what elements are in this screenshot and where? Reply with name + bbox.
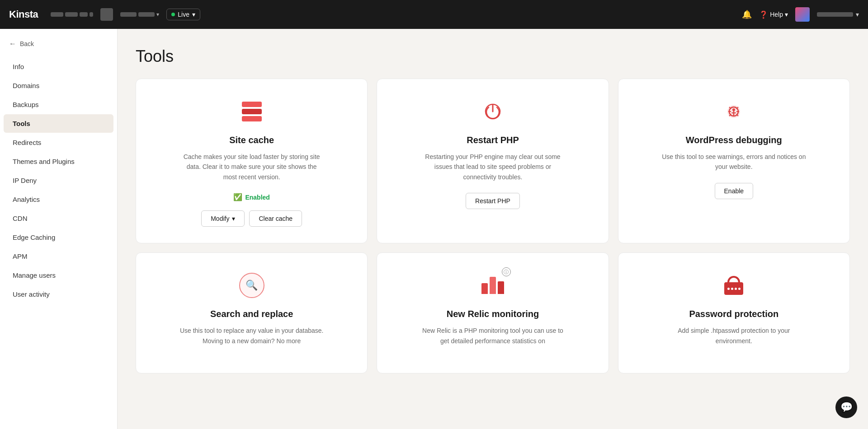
sidebar-item-info[interactable]: Info (4, 57, 113, 76)
sidebar-item-ip-deny[interactable]: IP Deny (4, 171, 113, 190)
topnav-right: 🔔 ❓ Help ▾ ▾ (742, 7, 859, 22)
tool-description: Use this tool to see warnings, errors an… (661, 152, 806, 172)
help-button[interactable]: ❓ Help ▾ (759, 10, 788, 19)
back-label: Back (20, 40, 34, 47)
help-chevron-icon: ▾ (785, 11, 788, 18)
tool-icon-container (719, 271, 748, 300)
tool-icon-container (719, 97, 748, 126)
btn-label: Modify (211, 215, 229, 222)
tool-card-site-cache: Site cache Cache makes your site load fa… (136, 79, 368, 243)
sidebar-item-redirects[interactable]: Redirects (4, 133, 113, 152)
back-button[interactable]: ← Back (0, 40, 117, 57)
btn-chevron-icon: ▾ (232, 215, 235, 222)
tool-icon-container: ⓘ (478, 271, 507, 300)
tool-title: WordPress debugging (686, 135, 782, 145)
tool-title: New Relic monitoring (447, 309, 539, 319)
btn-label: Clear cache (259, 215, 292, 222)
sidebar-item-apm[interactable]: APM (4, 247, 113, 266)
brand-logo[interactable]: Kinsta (9, 9, 38, 20)
tool-title: Search and replace (210, 309, 293, 319)
environment-status[interactable]: Live ▾ (166, 9, 200, 20)
status-label: Enabled (245, 194, 269, 201)
modify-button[interactable]: Modify ▾ (201, 210, 245, 227)
tool-title: Password protection (689, 309, 778, 319)
avatar-icon (795, 7, 810, 22)
btn-label: Restart PHP (475, 197, 510, 205)
sidebar-item-analytics[interactable]: Analytics (4, 190, 113, 209)
site-name-block[interactable]: ▾ (120, 11, 159, 18)
tool-status: ✅ Enabled (233, 193, 269, 201)
tool-card-wp-debugging: WordPress debugging Use this tool to see… (618, 79, 850, 243)
enable-button[interactable]: Enable (715, 183, 754, 199)
lock-icon (724, 276, 743, 295)
chat-button[interactable]: 💬 (835, 396, 857, 418)
tool-actions: Restart PHP (466, 193, 520, 209)
user-chevron-icon: ▾ (856, 11, 859, 18)
back-arrow-icon: ← (9, 40, 16, 48)
search-tool-icon: 🔍 (239, 273, 264, 298)
sidebar: ← Back InfoDomainsBackupsToolsRedirectsT… (0, 29, 118, 429)
chat-icon: 💬 (840, 401, 853, 413)
user-menu[interactable]: ▾ (817, 11, 859, 18)
sidebar-item-manage-users[interactable]: Manage users (4, 266, 113, 284)
page-title: Tools (136, 47, 850, 66)
bug-icon (723, 101, 745, 122)
site-chevron-icon: ▾ (156, 11, 159, 18)
tool-description: Restarting your PHP engine may clear out… (420, 152, 565, 182)
help-label: Help (770, 11, 783, 18)
tool-title: Restart PHP (467, 135, 519, 145)
sidebar-item-user-activity[interactable]: User activity (4, 285, 113, 303)
sidebar-item-themes-plugins[interactable]: Themes and Plugins (4, 152, 113, 171)
tools-grid: Site cache Cache makes your site load fa… (136, 79, 850, 373)
clear-cache-button[interactable]: Clear cache (249, 210, 302, 227)
tool-icon-container (237, 97, 266, 126)
power-icon (482, 101, 504, 122)
btn-label: Enable (724, 187, 744, 195)
tool-card-password-protection: Password protection Add simple .htpasswd… (618, 252, 850, 373)
tool-actions: Modify ▾ Clear cache (201, 210, 302, 227)
bell-icon[interactable]: 🔔 (742, 9, 752, 19)
tool-card-new-relic: ⓘ New Relic monitoring New Relic is a PH… (377, 252, 609, 373)
site-icon-block (100, 8, 113, 21)
status-check-icon: ✅ (233, 193, 242, 201)
topnav: Kinsta ▾ Live ▾ 🔔 ❓ Help ▾ ▾ (0, 0, 868, 29)
sidebar-nav: InfoDomainsBackupsToolsRedirectsThemes a… (0, 57, 117, 303)
tool-description: New Relic is a PHP monitoring tool you c… (420, 326, 565, 346)
layout: ← Back InfoDomainsBackupsToolsRedirectsT… (0, 29, 868, 429)
sidebar-item-cdn[interactable]: CDN (4, 209, 113, 228)
cache-icon (242, 102, 262, 121)
tool-title: Site cache (229, 135, 274, 145)
help-circle-icon: ❓ (759, 10, 768, 19)
sidebar-item-domains[interactable]: Domains (4, 76, 113, 95)
tool-actions: Enable (715, 183, 754, 199)
tool-card-restart-php: Restart PHP Restarting your PHP engine m… (377, 79, 609, 243)
status-dot-icon (171, 13, 175, 16)
tool-icon-container: 🔍 (237, 271, 266, 300)
site-selector[interactable] (51, 12, 93, 17)
barchart-icon (481, 277, 504, 294)
tool-description: Add simple .htpasswd protection to your … (661, 326, 806, 346)
restart-php-btn-button[interactable]: Restart PHP (466, 193, 520, 209)
status-chevron-icon: ▾ (192, 11, 195, 18)
status-label: Live (178, 11, 189, 18)
tool-description: Cache makes your site load faster by sto… (179, 152, 324, 182)
main-content: Tools Site cache Cache makes your site l… (118, 29, 868, 429)
tool-card-search-replace: 🔍 Search and replace Use this tool to re… (136, 252, 368, 373)
tool-icon-container (478, 97, 507, 126)
tool-description: Use this tool to replace any value in yo… (179, 326, 324, 346)
sidebar-item-edge-caching[interactable]: Edge Caching (4, 228, 113, 247)
info-tooltip-icon[interactable]: ⓘ (502, 267, 511, 276)
sidebar-item-backups[interactable]: Backups (4, 95, 113, 114)
sidebar-item-tools[interactable]: Tools (4, 114, 113, 133)
